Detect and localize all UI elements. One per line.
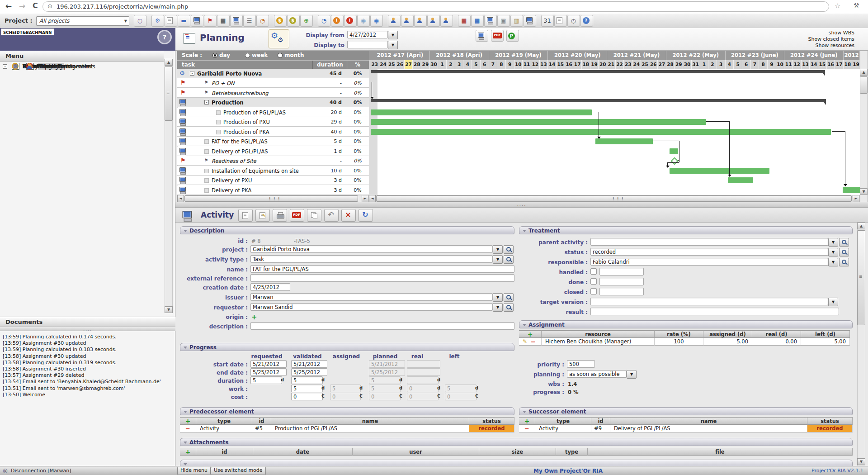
gantt-bar-delivery-of-pgl-pl-as[interactable] (670, 148, 678, 154)
toolbar-button-messages-gray[interactable]: ◉ (357, 15, 370, 27)
hide-menu-button[interactable]: Hide menu (177, 467, 211, 475)
issuer-dropdown[interactable]: ▼ (493, 293, 503, 302)
sidebar-item-import-data[interactable]: ⇩Import Data (0, 251, 163, 261)
toolbar-button-quotations[interactable]: ◔ (256, 15, 269, 27)
planning-settings-button[interactable]: ⚙ ⚙ (269, 29, 289, 48)
scale-label-week[interactable]: week (252, 52, 268, 58)
scale-radio-month[interactable] (278, 53, 283, 58)
documents-header[interactable]: Documents (0, 317, 175, 327)
duration-requested[interactable]: 5 (250, 376, 282, 384)
tree-expander-icon[interactable]: - (190, 71, 194, 76)
treatment-section-header[interactable]: Treatment (519, 226, 853, 234)
delete-button[interactable]: × (341, 209, 356, 222)
pane-splitter[interactable]: ···· (175, 202, 868, 208)
task-row-garibaldi-porto-nuova[interactable]: ⚙-Garibaldi Porto Nuova45 d0% (177, 69, 369, 78)
gantt-vscroll-up-icon[interactable]: ▲ (860, 69, 868, 76)
parent-activity-field[interactable] (590, 238, 828, 246)
handled-date-field[interactable] (599, 268, 644, 276)
end-validated[interactable]: 5/25/2012 (291, 368, 327, 376)
parent-activity-search-icon[interactable] (839, 238, 849, 247)
back-icon[interactable]: ← (5, 1, 12, 10)
print-button[interactable] (273, 209, 287, 222)
help-badge[interactable]: ? (157, 30, 172, 44)
forward-icon[interactable]: → (19, 1, 25, 10)
tree-expander-icon[interactable]: - (3, 64, 7, 69)
issuer-field[interactable]: Marwan (250, 293, 493, 301)
toolbar-button-milestones[interactable]: ⚑ (204, 15, 217, 27)
origin-add-icon[interactable]: + (251, 313, 257, 321)
sidebar-item-reports[interactable]: ◔Reports (0, 171, 163, 181)
show-resources-link[interactable]: Show resources (764, 43, 854, 48)
toolbar-button-indicators[interactable]: ◔ (318, 15, 330, 27)
predecessor-name-cell[interactable]: Production of PGL/PL/AS (271, 425, 469, 432)
task-row-fat-for-the-pgl-pl-as[interactable]: FAT for the PGL/PL/AS5 d0% (177, 137, 369, 146)
sidebar-item-item[interactable] (0, 290, 163, 300)
scale-radio-day[interactable] (212, 53, 217, 58)
sidebar-item-alerts[interactable]: !Alerts (0, 231, 163, 241)
scale-label-day[interactable]: day (219, 52, 230, 58)
gantt-milestone-readiness-of-site[interactable] (670, 157, 678, 165)
status-field[interactable]: recorded (590, 248, 828, 256)
sidebar-item-affectations[interactable]: ⚙Affectations (0, 271, 163, 280)
gantt-bar-fat-for-the-pgl-pl-as[interactable] (595, 138, 653, 144)
assignment-resource-cell[interactable]: Hichem Ben Chouikha (Manager) (542, 338, 655, 346)
gantt-vscroll-down-icon[interactable]: ▼ (860, 188, 868, 195)
external-reference-field[interactable] (250, 274, 514, 282)
toolbar-button-actions[interactable]: ▦ (217, 15, 230, 27)
copy-button[interactable] (307, 209, 321, 222)
toolbar-button-contacts[interactable] (414, 15, 427, 27)
tree-expander-icon[interactable]: - (204, 100, 209, 104)
toolbar-button-checklists[interactable]: ☰ (243, 15, 256, 27)
sidebar-item-planning[interactable]: Planning (0, 161, 163, 171)
name-field[interactable]: FAT for the PGL/PL/AS (250, 265, 514, 273)
gantt-vscroll-thumb[interactable] (860, 76, 868, 94)
toolbar-button-printer[interactable]: ▣ (497, 15, 510, 27)
responsible-field[interactable]: Fabio Calandri (590, 258, 828, 266)
sidebar-item-actions[interactable]: ▦Actions (0, 131, 163, 141)
duration-validated[interactable]: 5 (291, 376, 323, 384)
use-switched-mode-button[interactable]: Use switched mode (211, 467, 266, 475)
save-button[interactable]: ✎ (255, 209, 270, 222)
toolbar-button-activities[interactable] (191, 15, 203, 27)
disconnect-icon[interactable]: ◎ (3, 467, 7, 474)
disconnection-text[interactable]: Disconnection [Marwan] (11, 468, 71, 474)
display-from-dropdown[interactable]: ▼ (388, 31, 398, 39)
status-search-icon[interactable] (839, 248, 849, 256)
project-search-icon[interactable] (504, 245, 514, 254)
toolbar-button-notes[interactable] (554, 15, 567, 27)
sidebar-item-follow-up[interactable]: -Follow-up (0, 141, 163, 151)
task-row-production-of-pka[interactable]: Production of PKA40 d0% (177, 127, 369, 137)
handled-checkbox[interactable] (590, 268, 597, 275)
successor-section-header[interactable]: Successor element (519, 407, 853, 415)
gantt-bar-delivery-of-pxu[interactable] (728, 177, 753, 183)
toolbar-button-archive[interactable]: ▥ (510, 15, 523, 27)
planning-mode-dropdown[interactable]: ▼ (627, 370, 637, 379)
sidebar-item-messages[interactable]: ◉Messages (0, 241, 163, 251)
sidebar-item-work[interactable]: -Work (0, 91, 163, 101)
duration-col-header[interactable]: duration (313, 62, 347, 68)
toolbar-button-clock[interactable]: ◷ (567, 15, 580, 27)
task-col-header[interactable]: task (182, 62, 195, 68)
creation-date-field[interactable]: 4/25/2012 (250, 283, 290, 291)
responsible-dropdown[interactable]: ▼ (828, 258, 838, 266)
successor-name-cell[interactable]: Delivery of PGL/PL/AS (610, 425, 807, 432)
requestor-field[interactable]: Marwan Sandid (250, 303, 493, 311)
responsible-search-icon[interactable] (839, 258, 849, 266)
toolbar-button-projects[interactable]: ⚙ (151, 15, 164, 27)
scale-radio-week[interactable] (245, 53, 250, 58)
export-pdf-button[interactable]: PDF (290, 209, 304, 222)
result-field[interactable] (590, 308, 839, 315)
export-project-button[interactable]: P (506, 30, 519, 42)
documents-splitter[interactable]: ···· (0, 327, 175, 331)
display-to-input[interactable] (347, 41, 388, 48)
toolbar-button-teams[interactable] (440, 15, 453, 27)
add-icon[interactable]: + (524, 418, 530, 425)
toolbar-button-expenses[interactable]: $ (274, 15, 287, 27)
task-row-installation-of-equipments-on-site[interactable]: Installation of Equipments on site10 d0% (177, 166, 369, 176)
new-document-button[interactable] (238, 209, 253, 222)
sidebar-item-risk-issue-management[interactable]: +⚠Risk & Issue Management (0, 191, 163, 201)
scale-label-month[interactable]: month (284, 52, 304, 58)
display-from-input[interactable]: 4/27/2012 (347, 31, 388, 38)
project-field[interactable]: Garibaldi Porto Nuova (250, 245, 493, 253)
export-image-button[interactable] (476, 30, 488, 42)
